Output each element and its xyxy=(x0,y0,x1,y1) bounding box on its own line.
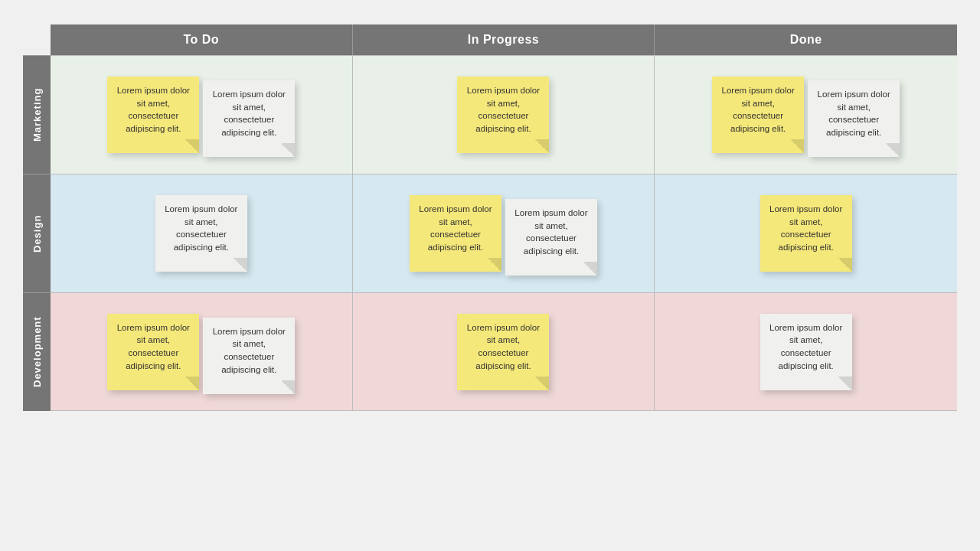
sticky-note: Lorem ipsum dolor sit amet, consectetuer… xyxy=(457,77,549,153)
cell-development-col1: Lorem ipsum dolor sit amet, consectetuer… xyxy=(353,293,655,410)
row-label-development: Development xyxy=(23,292,51,411)
col-header-in-progress: In Progress xyxy=(353,24,655,55)
cell-marketing-col1: Lorem ipsum dolor sit amet, consectetuer… xyxy=(353,56,655,174)
sticky-note: Lorem ipsum dolor sit amet, consectetuer… xyxy=(410,195,501,272)
cell-design-col0: Lorem ipsum dolor sit amet, consectetuer… xyxy=(51,174,353,292)
cell-development-col2: Lorem ipsum dolor sit amet, consectetuer… xyxy=(655,293,957,410)
cell-marketing-col0: Lorem ipsum dolor sit amet, consectetuer… xyxy=(51,56,353,174)
row-labels: MarketingDesignDevelopment xyxy=(23,55,51,411)
cell-design-col1: Lorem ipsum dolor sit amet, consectetuer… xyxy=(353,174,655,292)
sticky-note: Lorem ipsum dolor sit amet, consectetuer… xyxy=(107,77,199,153)
row-label-design: Design xyxy=(23,174,51,292)
sticky-note: Lorem ipsum dolor sit amet, consectetuer… xyxy=(760,195,852,272)
cell-design-col2: Lorem ipsum dolor sit amet, consectetuer… xyxy=(655,174,957,292)
board-rows: Lorem ipsum dolor sit amet, consectetuer… xyxy=(51,55,957,411)
page: MarketingDesignDevelopment To DoIn Progr… xyxy=(0,0,980,551)
cell-marketing-col2: Lorem ipsum dolor sit amet, consectetuer… xyxy=(655,56,957,174)
col-headers: To DoIn ProgressDone xyxy=(51,24,957,55)
board-row-design: Lorem ipsum dolor sit amet, consectetuer… xyxy=(51,174,957,292)
sticky-note: Lorem ipsum dolor sit amet, consectetuer… xyxy=(505,199,597,276)
col-header-to-do: To Do xyxy=(51,24,353,55)
board-wrapper: MarketingDesignDevelopment To DoIn Progr… xyxy=(23,24,957,411)
sticky-note: Lorem ipsum dolor sit amet, consectetuer… xyxy=(203,80,295,157)
board-row-marketing: Lorem ipsum dolor sit amet, consectetuer… xyxy=(51,55,957,174)
board-main: To DoIn ProgressDone Lorem ipsum dolor s… xyxy=(51,24,957,411)
sticky-note: Lorem ipsum dolor sit amet, consectetuer… xyxy=(457,314,549,390)
sticky-note: Lorem ipsum dolor sit amet, consectetuer… xyxy=(808,80,900,157)
row-label-marketing: Marketing xyxy=(23,55,51,174)
sticky-note: Lorem ipsum dolor sit amet, consectetuer… xyxy=(203,318,295,394)
sticky-note: Lorem ipsum dolor sit amet, consectetuer… xyxy=(712,77,804,153)
sticky-note: Lorem ipsum dolor sit amet, consectetuer… xyxy=(760,314,852,390)
col-header-done: Done xyxy=(655,24,957,55)
board-row-development: Lorem ipsum dolor sit amet, consectetuer… xyxy=(51,292,957,411)
sticky-note: Lorem ipsum dolor sit amet, consectetuer… xyxy=(107,314,199,390)
sticky-note: Lorem ipsum dolor sit amet, consectetuer… xyxy=(155,195,247,272)
cell-development-col0: Lorem ipsum dolor sit amet, consectetuer… xyxy=(51,293,353,410)
